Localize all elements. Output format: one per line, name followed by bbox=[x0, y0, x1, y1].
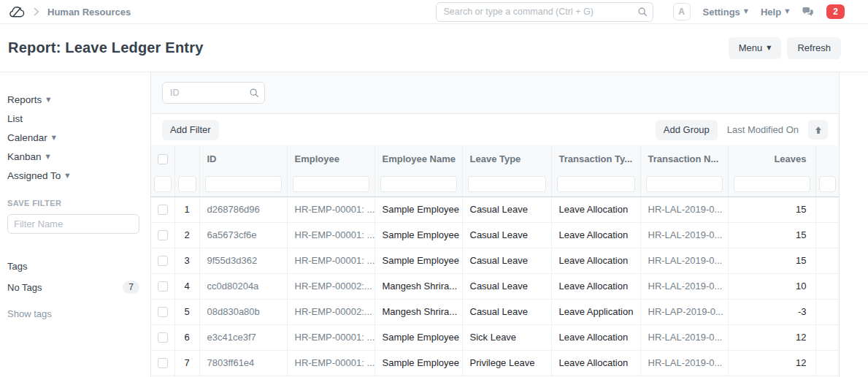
cell-transaction-name[interactable]: HR-LAL-2019-0... bbox=[640, 350, 728, 376]
cell-leaves[interactable]: 15 bbox=[728, 222, 815, 248]
select-all-checkbox[interactable] bbox=[158, 154, 168, 164]
cell-id[interactable]: 9f55d3d362 bbox=[199, 248, 287, 273]
column-filter-input[interactable] bbox=[154, 176, 172, 192]
notifications-badge[interactable]: 2 bbox=[826, 4, 845, 19]
cell-leaves[interactable]: 15 bbox=[728, 248, 815, 273]
cell-transaction-name[interactable]: HR-LAP-2019-0... bbox=[640, 299, 728, 324]
cell-employee[interactable]: HR-EMP-00002:... bbox=[287, 299, 375, 324]
row-checkbox[interactable] bbox=[158, 230, 168, 240]
breadcrumb[interactable]: Human Resources bbox=[47, 7, 131, 18]
cell-employee-name[interactable]: Mangesh Shrira... bbox=[375, 273, 462, 299]
cell-employee-name[interactable]: Sample Employee bbox=[375, 248, 462, 273]
cell-leave-type[interactable]: Casual Leave bbox=[462, 299, 551, 324]
sidebar-item-kanban[interactable]: Kanban ▼ bbox=[7, 151, 139, 162]
row-checkbox[interactable] bbox=[158, 307, 168, 317]
cell-transaction-type[interactable]: Leave Allocation bbox=[551, 324, 640, 350]
cell-employee-name[interactable]: Sample Employee bbox=[375, 197, 462, 222]
column-header-employee[interactable]: Employee bbox=[287, 145, 375, 172]
column-filter-input[interactable] bbox=[293, 176, 369, 192]
global-search-input[interactable] bbox=[436, 2, 653, 22]
column-filter-input[interactable] bbox=[734, 176, 810, 192]
cell-employee-name[interactable]: Sample Employee bbox=[375, 222, 462, 248]
cell-transaction-type[interactable]: Leave Allocation bbox=[551, 350, 640, 376]
cell-leaves[interactable]: 12 bbox=[728, 350, 815, 376]
cell-leave-type[interactable]: Sick Leave bbox=[462, 324, 551, 350]
sort-direction-button[interactable] bbox=[808, 120, 828, 140]
cell-employee-name[interactable]: Sample Employee bbox=[375, 324, 462, 350]
row-checkbox[interactable] bbox=[158, 281, 168, 292]
cell-transaction-type[interactable]: Leave Application bbox=[551, 299, 640, 324]
column-header-transaction-name[interactable]: Transaction N... bbox=[640, 145, 728, 172]
menu-button[interactable]: Menu ▼ bbox=[729, 37, 782, 59]
no-tags-filter[interactable]: No Tags 7 bbox=[7, 281, 139, 294]
cell-employee-name[interactable]: Mangesh Shrira... bbox=[375, 299, 462, 324]
row-checkbox[interactable] bbox=[158, 256, 168, 266]
cell-transaction-type[interactable]: Leave Allocation bbox=[551, 273, 640, 299]
settings-menu[interactable]: Settings ▼ bbox=[703, 7, 748, 18]
caret-down-icon: ▼ bbox=[767, 45, 771, 51]
cell-employee[interactable]: HR-EMP-00001: ... bbox=[287, 222, 375, 248]
cell-employee[interactable]: HR-EMP-00001: ... bbox=[287, 350, 375, 376]
add-filter-button[interactable]: Add Filter bbox=[162, 120, 219, 140]
cell-transaction-name[interactable]: HR-LAL-2019-0... bbox=[640, 197, 728, 222]
cell-leaves[interactable]: -3 bbox=[728, 299, 815, 324]
cell-leave-type[interactable]: Privilege Leave bbox=[462, 350, 551, 376]
cell-leaves[interactable]: 10 bbox=[728, 273, 815, 299]
column-header-transaction-type[interactable]: Transaction Ty... bbox=[551, 145, 640, 172]
cell-employee[interactable]: HR-EMP-00001: ... bbox=[287, 324, 375, 350]
row-checkbox[interactable] bbox=[158, 205, 168, 215]
cell-id[interactable]: cc0d80204a bbox=[199, 273, 287, 299]
no-tags-label: No Tags bbox=[7, 282, 42, 293]
cell-transaction-name[interactable]: HR-LAL-2019-0... bbox=[640, 273, 728, 299]
cell-id[interactable]: 7803ff61e4 bbox=[199, 350, 287, 376]
column-header-id[interactable]: ID bbox=[199, 145, 287, 172]
cell-id[interactable]: e3c41ce3f7 bbox=[199, 324, 287, 350]
cell-employee[interactable]: HR-EMP-00001: ... bbox=[287, 248, 375, 273]
column-filter-input[interactable] bbox=[557, 176, 635, 192]
cell-leave-type[interactable]: Casual Leave bbox=[462, 273, 551, 299]
cell-leave-type[interactable]: Casual Leave bbox=[462, 197, 551, 222]
refresh-button[interactable]: Refresh bbox=[787, 37, 841, 59]
column-header-employee-name[interactable]: Employee Name bbox=[375, 145, 462, 172]
column-filter-input[interactable] bbox=[380, 176, 457, 192]
show-tags-link[interactable]: Show tags bbox=[7, 308, 139, 319]
row-index: 4 bbox=[174, 273, 199, 299]
cell-leave-type[interactable]: Casual Leave bbox=[462, 248, 551, 273]
column-filter-input[interactable] bbox=[646, 176, 723, 192]
row-checkbox[interactable] bbox=[158, 358, 168, 368]
cell-employee-name[interactable]: Sample Employee bbox=[375, 350, 462, 376]
column-filter-input[interactable] bbox=[819, 176, 837, 192]
column-header-leaves[interactable]: Leaves bbox=[728, 145, 815, 172]
column-filter-input[interactable] bbox=[205, 176, 282, 192]
sidebar-item-list[interactable]: List bbox=[7, 113, 139, 124]
filter-name-input[interactable] bbox=[7, 214, 139, 234]
cell-transaction-type[interactable]: Leave Allocation bbox=[551, 248, 640, 273]
column-filter-input[interactable] bbox=[178, 176, 196, 192]
cell-employee[interactable]: HR-EMP-00001: ... bbox=[287, 197, 375, 222]
cell-employee[interactable]: HR-EMP-00002:... bbox=[287, 273, 375, 299]
page-title: Report: Leave Ledger Entry bbox=[8, 39, 204, 56]
column-filter-input[interactable] bbox=[468, 176, 546, 192]
cell-id[interactable]: 08d830a80b bbox=[199, 299, 287, 324]
cell-leaves[interactable]: 15 bbox=[728, 197, 815, 222]
cell-id[interactable]: d268786d96 bbox=[199, 197, 287, 222]
cell-transaction-name[interactable]: HR-LAL-2019-0... bbox=[640, 248, 728, 273]
sidebar-item-assigned-to[interactable]: Assigned To ▼ bbox=[7, 170, 139, 181]
column-header-leave-type[interactable]: Leave Type bbox=[462, 145, 551, 172]
app-logo-icon[interactable] bbox=[9, 4, 26, 19]
cell-id[interactable]: 6a5673cf6e bbox=[199, 222, 287, 248]
sidebar-item-reports[interactable]: Reports ▼ bbox=[7, 94, 139, 105]
sort-field-selector[interactable]: Last Modified On bbox=[727, 124, 799, 135]
cell-leave-type[interactable]: Casual Leave bbox=[462, 222, 551, 248]
sidebar-item-calendar[interactable]: Calendar ▼ bbox=[7, 132, 139, 143]
cell-transaction-type[interactable]: Leave Allocation bbox=[551, 222, 640, 248]
chat-icon[interactable] bbox=[802, 7, 814, 18]
cell-transaction-type[interactable]: Leave Allocation bbox=[551, 197, 640, 222]
help-menu[interactable]: Help ▼ bbox=[761, 7, 789, 18]
avatar[interactable]: A bbox=[673, 3, 691, 20]
cell-leaves[interactable]: 12 bbox=[728, 324, 815, 350]
cell-transaction-name[interactable]: HR-LAL-2019-0... bbox=[640, 222, 728, 248]
add-group-button[interactable]: Add Group bbox=[656, 120, 718, 140]
cell-transaction-name[interactable]: HR-LAL-2019-0... bbox=[640, 324, 728, 350]
row-checkbox[interactable] bbox=[158, 332, 168, 343]
